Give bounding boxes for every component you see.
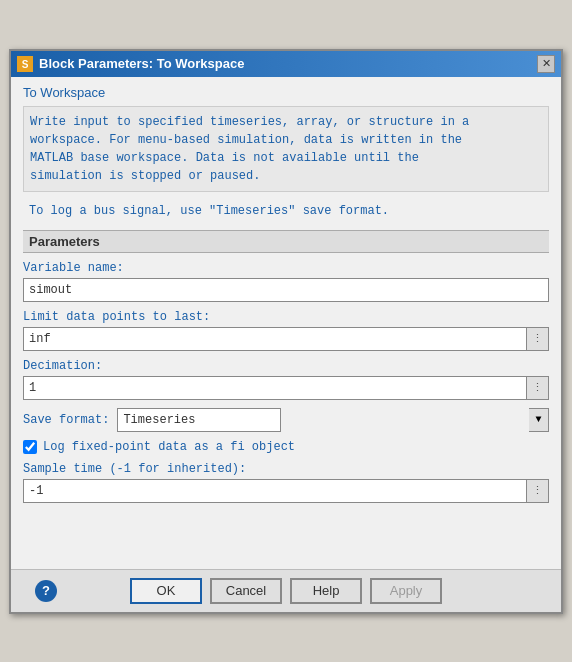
cancel-button[interactable]: Cancel: [210, 578, 282, 604]
params-header: Parameters: [23, 230, 549, 253]
checkbox-label: Log fixed-point data as a fi object: [43, 440, 295, 454]
bus-signal-text: To log a bus signal, use "Timeseries" sa…: [23, 200, 549, 222]
ok-button[interactable]: OK: [130, 578, 202, 604]
limit-data-dots-button[interactable]: ⋮: [527, 327, 549, 351]
decimation-row: ⋮: [23, 376, 549, 400]
description-text: Write input to specified timeseries, arr…: [23, 106, 549, 192]
sample-time-label: Sample time (-1 for inherited):: [23, 462, 549, 476]
svg-text:S: S: [22, 59, 29, 70]
decimation-dots-button[interactable]: ⋮: [527, 376, 549, 400]
checkbox-row: Log fixed-point data as a fi object: [23, 440, 549, 454]
save-format-row: Save format: Timeseries Array Structure …: [23, 408, 549, 432]
dropdown-arrow-icon: ▼: [529, 408, 549, 432]
section-title: To Workspace: [23, 85, 549, 100]
limit-data-input[interactable]: [23, 327, 527, 351]
variable-name-label: Variable name:: [23, 261, 549, 275]
empty-area: [11, 519, 561, 569]
title-bar-left: S Block Parameters: To Workspace: [17, 56, 244, 72]
sample-time-dots-button[interactable]: ⋮: [527, 479, 549, 503]
decimation-input[interactable]: [23, 376, 527, 400]
apply-button[interactable]: Apply: [370, 578, 442, 604]
block-parameters-window: S Block Parameters: To Workspace ✕ To Wo…: [9, 49, 563, 614]
limit-data-row: ⋮: [23, 327, 549, 351]
log-fixed-point-checkbox[interactable]: [23, 440, 37, 454]
variable-name-row: [23, 278, 549, 302]
title-bar: S Block Parameters: To Workspace ✕: [11, 51, 561, 77]
save-format-dropdown[interactable]: Timeseries Array Structure Structure Wit…: [117, 408, 281, 432]
footer-inner: ? OK Cancel Help Apply: [23, 578, 549, 604]
help-circle-icon[interactable]: ?: [35, 580, 57, 602]
sample-time-row: ⋮: [23, 479, 549, 503]
variable-name-input[interactable]: [23, 278, 549, 302]
window-title: Block Parameters: To Workspace: [39, 56, 244, 71]
save-format-label: Save format:: [23, 413, 109, 427]
content-area: To Workspace Write input to specified ti…: [11, 77, 561, 519]
window-icon: S: [17, 56, 33, 72]
footer: ? OK Cancel Help Apply: [11, 569, 561, 612]
save-format-dropdown-wrapper: Timeseries Array Structure Structure Wit…: [117, 408, 549, 432]
help-button[interactable]: Help: [290, 578, 362, 604]
sample-time-input[interactable]: [23, 479, 527, 503]
decimation-label: Decimation:: [23, 359, 549, 373]
close-button[interactable]: ✕: [537, 55, 555, 73]
limit-data-label: Limit data points to last:: [23, 310, 549, 324]
